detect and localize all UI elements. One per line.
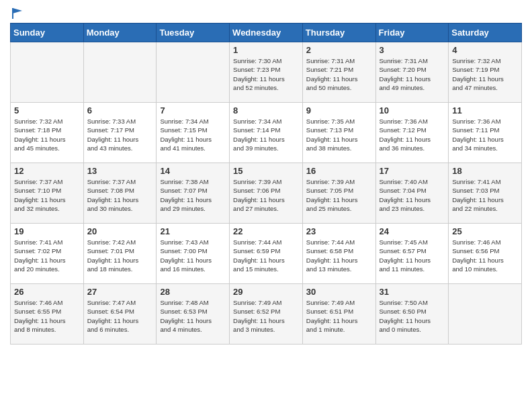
calendar-week-row: 26Sunrise: 7:46 AM Sunset: 6:55 PM Dayli… — [11, 284, 522, 345]
calendar-cell — [11, 42, 84, 103]
day-info: Sunrise: 7:40 AM Sunset: 7:04 PM Dayligh… — [380, 177, 445, 213]
calendar-cell: 29Sunrise: 7:49 AM Sunset: 6:52 PM Dayli… — [230, 284, 303, 345]
calendar-cell: 16Sunrise: 7:39 AM Sunset: 7:05 PM Dayli… — [302, 163, 375, 224]
day-number: 10 — [380, 105, 445, 116]
day-number: 19 — [14, 226, 80, 236]
calendar-cell — [449, 284, 522, 345]
calendar-cell: 5Sunrise: 7:32 AM Sunset: 7:18 PM Daylig… — [11, 103, 84, 163]
calendar-cell: 19Sunrise: 7:41 AM Sunset: 7:02 PM Dayli… — [11, 224, 84, 284]
page-container: SundayMondayTuesdayWednesdayThursdayFrid… — [0, 0, 532, 355]
day-number: 13 — [87, 166, 153, 176]
calendar-cell: 30Sunrise: 7:49 AM Sunset: 6:51 PM Dayli… — [302, 284, 375, 345]
day-number: 11 — [452, 105, 518, 116]
calendar-cell: 25Sunrise: 7:46 AM Sunset: 6:56 PM Dayli… — [449, 224, 522, 284]
day-number: 9 — [306, 105, 372, 116]
svg-marker-0 — [13, 8, 22, 13]
day-number: 29 — [233, 287, 299, 297]
day-number: 6 — [87, 105, 153, 116]
calendar-cell: 12Sunrise: 7:37 AM Sunset: 7:10 PM Dayli… — [11, 163, 84, 224]
day-info: Sunrise: 7:48 AM Sunset: 6:53 PM Dayligh… — [160, 298, 226, 334]
day-info: Sunrise: 7:35 AM Sunset: 7:13 PM Dayligh… — [306, 117, 372, 152]
day-number: 28 — [160, 287, 226, 297]
day-info: Sunrise: 7:34 AM Sunset: 7:14 PM Dayligh… — [233, 117, 299, 152]
day-info: Sunrise: 7:45 AM Sunset: 6:57 PM Dayligh… — [380, 238, 445, 273]
day-number: 5 — [14, 105, 80, 116]
day-info: Sunrise: 7:47 AM Sunset: 6:54 PM Dayligh… — [87, 298, 153, 334]
day-info: Sunrise: 7:42 AM Sunset: 7:01 PM Dayligh… — [87, 238, 153, 273]
day-number: 26 — [14, 287, 80, 297]
calendar-cell: 1Sunrise: 7:30 AM Sunset: 7:23 PM Daylig… — [230, 42, 303, 103]
calendar-week-row: 5Sunrise: 7:32 AM Sunset: 7:18 PM Daylig… — [11, 103, 522, 163]
day-info: Sunrise: 7:36 AM Sunset: 7:12 PM Dayligh… — [380, 117, 445, 152]
calendar-cell: 15Sunrise: 7:39 AM Sunset: 7:06 PM Dayli… — [230, 163, 303, 224]
calendar-cell: 27Sunrise: 7:47 AM Sunset: 6:54 PM Dayli… — [83, 284, 157, 345]
day-header-sunday: Sunday — [11, 24, 84, 42]
day-number: 12 — [14, 166, 80, 176]
day-info: Sunrise: 7:33 AM Sunset: 7:17 PM Dayligh… — [87, 117, 153, 152]
logo — [10, 7, 24, 17]
day-info: Sunrise: 7:49 AM Sunset: 6:51 PM Dayligh… — [306, 298, 372, 334]
calendar-cell — [157, 42, 230, 103]
day-number: 30 — [306, 287, 372, 297]
header — [10, 7, 522, 17]
calendar-cell — [83, 42, 157, 103]
day-info: Sunrise: 7:43 AM Sunset: 7:00 PM Dayligh… — [160, 238, 226, 273]
day-info: Sunrise: 7:32 AM Sunset: 7:19 PM Dayligh… — [452, 56, 518, 92]
day-info: Sunrise: 7:46 AM Sunset: 6:55 PM Dayligh… — [14, 298, 80, 334]
day-header-friday: Friday — [375, 24, 449, 42]
calendar-cell: 7Sunrise: 7:34 AM Sunset: 7:15 PM Daylig… — [157, 103, 230, 163]
calendar-week-row: 19Sunrise: 7:41 AM Sunset: 7:02 PM Dayli… — [11, 224, 522, 284]
day-info: Sunrise: 7:49 AM Sunset: 6:52 PM Dayligh… — [233, 298, 299, 334]
day-info: Sunrise: 7:39 AM Sunset: 7:05 PM Dayligh… — [306, 177, 372, 213]
day-info: Sunrise: 7:30 AM Sunset: 7:23 PM Dayligh… — [233, 56, 299, 92]
day-number: 31 — [380, 287, 445, 297]
calendar-cell: 4Sunrise: 7:32 AM Sunset: 7:19 PM Daylig… — [449, 42, 522, 103]
day-info: Sunrise: 7:38 AM Sunset: 7:07 PM Dayligh… — [160, 177, 226, 213]
day-number: 21 — [160, 226, 226, 236]
calendar-cell: 8Sunrise: 7:34 AM Sunset: 7:14 PM Daylig… — [230, 103, 303, 163]
day-info: Sunrise: 7:41 AM Sunset: 7:03 PM Dayligh… — [452, 177, 518, 213]
day-number: 17 — [380, 166, 445, 176]
day-number: 22 — [233, 226, 299, 236]
day-number: 15 — [233, 166, 299, 176]
day-info: Sunrise: 7:34 AM Sunset: 7:15 PM Dayligh… — [160, 117, 226, 152]
day-number: 20 — [87, 226, 153, 236]
calendar-week-row: 1Sunrise: 7:30 AM Sunset: 7:23 PM Daylig… — [11, 42, 522, 103]
day-number: 16 — [306, 166, 372, 176]
calendar-cell: 26Sunrise: 7:46 AM Sunset: 6:55 PM Dayli… — [11, 284, 84, 345]
calendar-cell: 14Sunrise: 7:38 AM Sunset: 7:07 PM Dayli… — [157, 163, 230, 224]
calendar-cell: 13Sunrise: 7:37 AM Sunset: 7:08 PM Dayli… — [83, 163, 157, 224]
calendar-cell: 24Sunrise: 7:45 AM Sunset: 6:57 PM Dayli… — [375, 224, 449, 284]
calendar-cell: 3Sunrise: 7:31 AM Sunset: 7:20 PM Daylig… — [375, 42, 449, 103]
day-number: 25 — [452, 226, 518, 236]
calendar-cell: 28Sunrise: 7:48 AM Sunset: 6:53 PM Dayli… — [157, 284, 230, 345]
calendar-cell: 6Sunrise: 7:33 AM Sunset: 7:17 PM Daylig… — [83, 103, 157, 163]
day-info: Sunrise: 7:31 AM Sunset: 7:20 PM Dayligh… — [380, 56, 445, 92]
day-number: 27 — [87, 287, 153, 297]
day-header-tuesday: Tuesday — [157, 24, 230, 42]
calendar-table: SundayMondayTuesdayWednesdayThursdayFrid… — [10, 23, 522, 345]
calendar-cell: 9Sunrise: 7:35 AM Sunset: 7:13 PM Daylig… — [302, 103, 375, 163]
day-info: Sunrise: 7:46 AM Sunset: 6:56 PM Dayligh… — [452, 238, 518, 273]
day-info: Sunrise: 7:41 AM Sunset: 7:02 PM Dayligh… — [14, 238, 80, 273]
calendar-cell: 18Sunrise: 7:41 AM Sunset: 7:03 PM Dayli… — [449, 163, 522, 224]
day-number: 3 — [380, 45, 445, 55]
calendar-cell: 2Sunrise: 7:31 AM Sunset: 7:21 PM Daylig… — [302, 42, 375, 103]
logo-flag-icon — [11, 7, 24, 20]
day-number: 7 — [160, 105, 226, 116]
day-info: Sunrise: 7:31 AM Sunset: 7:21 PM Dayligh… — [306, 56, 372, 92]
calendar-cell: 21Sunrise: 7:43 AM Sunset: 7:00 PM Dayli… — [157, 224, 230, 284]
day-number: 14 — [160, 166, 226, 176]
day-info: Sunrise: 7:36 AM Sunset: 7:11 PM Dayligh… — [452, 117, 518, 152]
day-number: 23 — [306, 226, 372, 236]
day-info: Sunrise: 7:32 AM Sunset: 7:18 PM Dayligh… — [14, 117, 80, 152]
day-info: Sunrise: 7:37 AM Sunset: 7:08 PM Dayligh… — [87, 177, 153, 213]
calendar-header-row: SundayMondayTuesdayWednesdayThursdayFrid… — [11, 24, 522, 42]
day-number: 8 — [233, 105, 299, 116]
calendar-cell: 22Sunrise: 7:44 AM Sunset: 6:59 PM Dayli… — [230, 224, 303, 284]
day-info: Sunrise: 7:44 AM Sunset: 6:58 PM Dayligh… — [306, 238, 372, 273]
calendar-cell: 11Sunrise: 7:36 AM Sunset: 7:11 PM Dayli… — [449, 103, 522, 163]
day-header-saturday: Saturday — [449, 24, 522, 42]
calendar-cell: 10Sunrise: 7:36 AM Sunset: 7:12 PM Dayli… — [375, 103, 449, 163]
calendar-cell: 20Sunrise: 7:42 AM Sunset: 7:01 PM Dayli… — [83, 224, 157, 284]
